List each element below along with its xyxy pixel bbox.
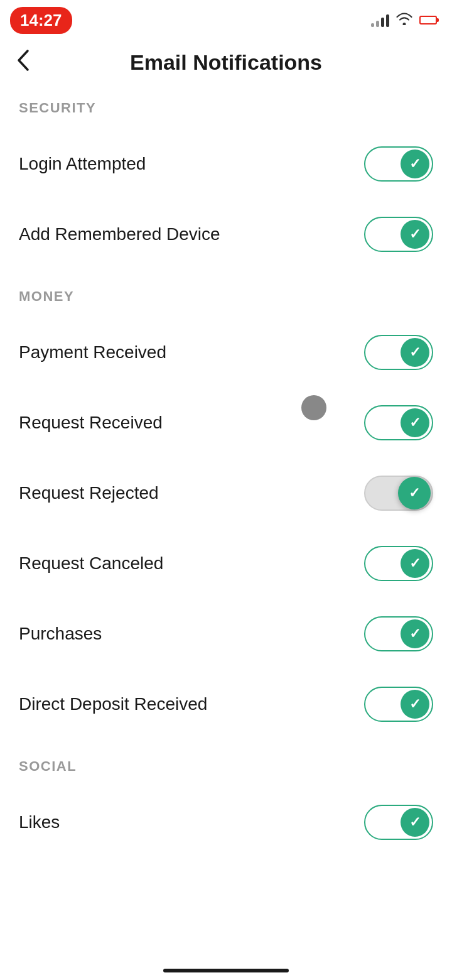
checkmark-login-attempted: ✓ <box>409 156 421 172</box>
toggle-thumb-likes: ✓ <box>401 808 429 837</box>
setting-row-payment-received: Payment Received ✓ <box>19 317 433 388</box>
checkmark-add-remembered-device: ✓ <box>409 226 421 242</box>
signal-icon <box>371 13 389 27</box>
section-label-security: SECURITY <box>19 100 433 116</box>
toggle-likes[interactable]: ✓ <box>364 805 433 840</box>
status-bar: 14:27 <box>0 0 452 38</box>
setting-row-add-remembered-device: Add Remembered Device ✓ <box>19 199 433 270</box>
checkmark-request-rejected: ✓ <box>409 485 420 501</box>
setting-label-request-rejected: Request Rejected <box>19 483 159 503</box>
checkmark-direct-deposit-received: ✓ <box>409 696 421 712</box>
toggle-request-canceled[interactable]: ✓ <box>364 546 433 581</box>
toggle-add-remembered-device[interactable]: ✓ <box>364 217 433 252</box>
time-display: 14:27 <box>10 7 72 34</box>
checkmark-likes: ✓ <box>409 814 421 830</box>
page-title: Email Notifications <box>130 50 322 75</box>
home-indicator <box>163 969 289 972</box>
toggle-thumb-add-remembered-device: ✓ <box>401 220 429 249</box>
section-label-money: MONEY <box>19 288 433 305</box>
toggle-thumb-direct-deposit-received: ✓ <box>401 690 429 719</box>
toggle-thumb-purchases: ✓ <box>401 619 429 648</box>
setting-row-request-rejected: Request Rejected ✓ <box>19 458 433 528</box>
checkmark-purchases: ✓ <box>409 626 421 642</box>
setting-row-direct-deposit-received: Direct Deposit Received ✓ <box>19 669 433 739</box>
setting-row-request-canceled: Request Canceled ✓ <box>19 528 433 599</box>
setting-label-request-received: Request Received <box>19 413 163 433</box>
battery-icon <box>419 16 437 24</box>
section-label-social: SOCIAL <box>19 758 433 775</box>
drag-dot <box>301 395 326 420</box>
toggle-thumb-request-rejected: ✓ <box>398 477 431 509</box>
checkmark-request-received: ✓ <box>409 415 421 431</box>
toggle-thumb-request-canceled: ✓ <box>401 549 429 578</box>
content: SECURITY Login Attempted ✓ Add Remembere… <box>0 100 452 858</box>
toggle-direct-deposit-received[interactable]: ✓ <box>364 687 433 722</box>
toggle-thumb-login-attempted: ✓ <box>401 150 429 178</box>
toggle-thumb-payment-received: ✓ <box>401 338 429 367</box>
setting-label-payment-received: Payment Received <box>19 342 166 362</box>
setting-row-likes: Likes ✓ <box>19 787 433 858</box>
setting-label-add-remembered-device: Add Remembered Device <box>19 224 220 244</box>
setting-label-login-attempted: Login Attempted <box>19 154 146 174</box>
toggle-purchases[interactable]: ✓ <box>364 616 433 651</box>
toggle-payment-received[interactable]: ✓ <box>364 335 433 370</box>
setting-row-request-received: Request Received ✓ <box>19 388 433 458</box>
checkmark-request-canceled: ✓ <box>409 555 421 572</box>
setting-label-likes: Likes <box>19 812 60 832</box>
toggle-login-attempted[interactable]: ✓ <box>364 146 433 182</box>
back-button[interactable] <box>15 48 30 77</box>
toggle-thumb-request-received: ✓ <box>401 408 429 437</box>
status-icons <box>371 11 437 29</box>
request-received-wrapper: Request Received ✓ <box>19 388 433 458</box>
toggle-request-received[interactable]: ✓ <box>364 405 433 440</box>
checkmark-payment-received: ✓ <box>409 344 421 361</box>
setting-label-purchases: Purchases <box>19 624 102 644</box>
setting-row-purchases: Purchases ✓ <box>19 599 433 669</box>
setting-label-request-canceled: Request Canceled <box>19 553 163 574</box>
header: Email Notifications <box>0 38 452 94</box>
setting-row-login-attempted: Login Attempted ✓ <box>19 129 433 199</box>
setting-label-direct-deposit-received: Direct Deposit Received <box>19 694 207 714</box>
toggle-request-rejected[interactable]: ✓ <box>364 476 433 511</box>
wifi-icon <box>396 11 413 29</box>
